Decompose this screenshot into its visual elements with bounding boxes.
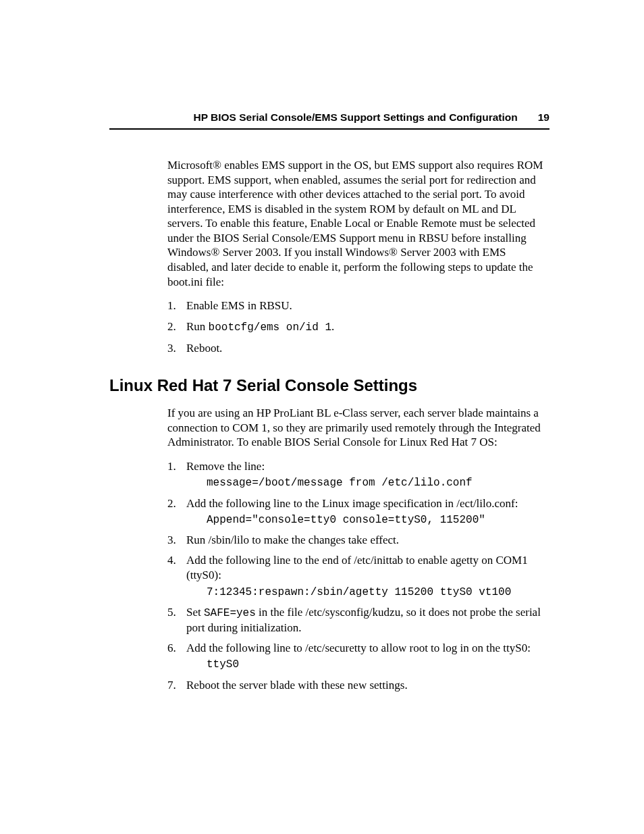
step-text: Run /sbin/lilo to make the changes take … [186,533,399,546]
list-item: Run bootcfg/ems on/id 1. [167,319,549,335]
step-text: . [331,320,334,333]
list-item: Remove the line: message=/boot/message f… [167,459,549,491]
code-block: 7:12345:respawn:/sbin/agetty 115200 ttyS… [207,585,549,600]
step-text: Run [186,320,209,333]
list-item: Add the following line to the end of /et… [167,553,549,600]
section-block: If you are using an HP ProLiant BL e-Cla… [167,406,549,693]
code-block: ttyS0 [207,658,549,673]
linux-steps-list: Remove the line: message=/boot/message f… [167,459,549,693]
ems-steps-list: Enable EMS in RBSU. Run bootcfg/ems on/i… [167,298,549,356]
header-title: HP BIOS Serial Console/EMS Support Setti… [193,111,517,123]
intro-paragraph: Microsoft® enables EMS support in the OS… [167,158,549,289]
inline-code: SAFE=yes [204,607,256,619]
header-page-number: 19 [538,111,549,123]
list-item: Reboot. [167,341,549,356]
code-block: Append="console=tty0 console=ttyS0, 1152… [207,513,549,528]
list-item: Reboot the server blade with these new s… [167,678,549,693]
code-block: message=/boot/message from /etc/lilo.con… [207,476,549,491]
list-item: Run /sbin/lilo to make the changes take … [167,533,549,548]
page-header: HP BIOS Serial Console/EMS Support Setti… [109,111,549,130]
step-text: Reboot the server blade with these new s… [186,679,408,692]
section-paragraph: If you are using an HP ProLiant BL e-Cla… [167,406,549,450]
step-text: Reboot. [186,342,222,355]
intro-block: Microsoft® enables EMS support in the OS… [167,158,549,356]
section-heading: Linux Red Hat 7 Serial Console Settings [109,376,549,395]
step-text: Enable EMS in RBSU. [186,299,292,312]
step-text: Set [186,606,204,619]
list-item: Add the following line to /etc/securetty… [167,641,549,673]
list-item: Add the following line to the Linux imag… [167,496,549,528]
list-item: Enable EMS in RBSU. [167,298,549,313]
step-text: Add the following line to /etc/securetty… [186,642,531,654]
step-text: Add the following line to the Linux imag… [186,497,518,510]
inline-code: bootcfg/ems on/id 1 [209,321,331,334]
document-page: HP BIOS Serial Console/EMS Support Setti… [0,0,644,693]
list-item: Set SAFE=yes in the file /etc/sysconfig/… [167,605,549,635]
step-text: Add the following line to the end of /et… [186,554,528,581]
step-text: Remove the line: [186,460,265,473]
